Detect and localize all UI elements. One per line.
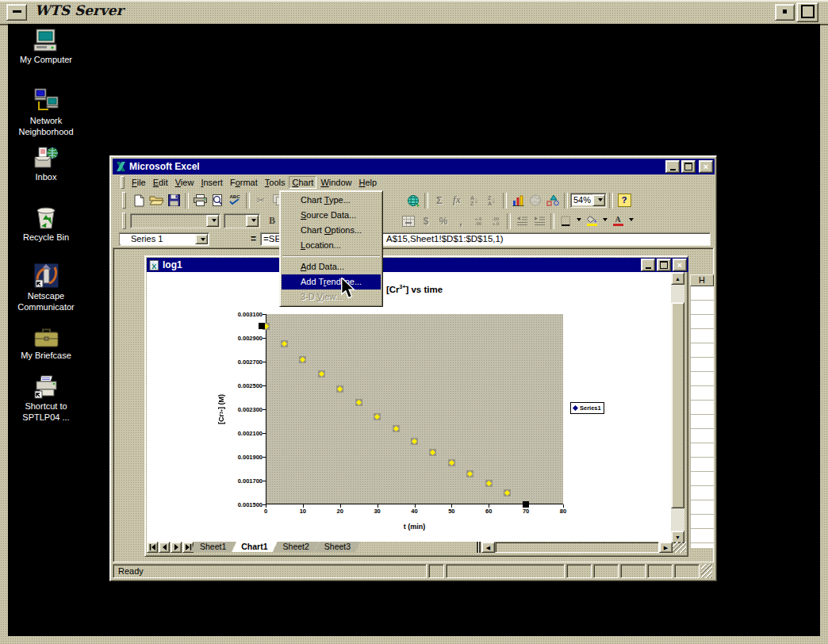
workbook-maximize-button[interactable] (657, 259, 671, 271)
menu-item-source-data[interactable]: Source Data... (282, 208, 381, 223)
tab-scroll-first-button[interactable] (147, 542, 158, 553)
data-point[interactable] (429, 449, 436, 456)
vertical-scrollbar[interactable]: ▲ ▼ (671, 272, 684, 542)
font-size-combobox[interactable] (224, 213, 260, 228)
toolbar-grip[interactable] (122, 213, 126, 229)
fill-color-icon[interactable] (583, 213, 600, 229)
x-axis-title[interactable]: t (min) (266, 523, 563, 531)
data-point[interactable] (336, 385, 343, 393)
scrollbar-thumb[interactable] (671, 302, 684, 508)
desktop-icon-shortcut-sptlp04[interactable]: Shortcut toSPTLP04 ... (11, 374, 81, 423)
menu-format[interactable]: Format (227, 176, 261, 189)
name-box[interactable]: Series 1 (119, 232, 209, 246)
tab-split-handle[interactable] (477, 542, 481, 553)
currency-style-icon[interactable]: $ (417, 213, 435, 229)
scrollbar-track[interactable] (671, 285, 684, 302)
increase-indent-icon[interactable] (531, 213, 548, 229)
menu-edit[interactable]: Edit (150, 176, 171, 189)
borders-dropdown-button[interactable] (574, 213, 583, 229)
menu-help[interactable]: Help (356, 176, 381, 189)
menu-item-chart-options[interactable]: Chart Options... (282, 223, 381, 238)
name-box-dropdown-button[interactable] (195, 234, 208, 244)
data-point[interactable] (393, 425, 400, 432)
menu-item-add-data[interactable]: Add Data... (282, 259, 381, 274)
workbook-resize-grip[interactable] (673, 542, 686, 553)
menu-chart[interactable]: Chart (289, 176, 316, 189)
comma-style-icon[interactable]: , (452, 213, 470, 229)
toolbar-grip[interactable] (122, 192, 126, 209)
session-maximize-button[interactable] (796, 2, 818, 22)
workbook-titlebar[interactable]: X log1 × (147, 258, 688, 272)
sheet-tab-sheet3[interactable]: Sheet3 (315, 542, 360, 552)
autosum-icon[interactable]: Σ (431, 193, 448, 209)
selection-handle[interactable] (523, 501, 529, 508)
bold-icon[interactable]: B (263, 213, 281, 229)
excel-minimize-button[interactable] (665, 160, 680, 173)
excel-close-button[interactable]: × (699, 160, 713, 173)
zoom-combobox[interactable]: 54% (570, 193, 607, 208)
data-point[interactable] (355, 399, 362, 406)
sort-descending-icon[interactable]: ZA↓ (483, 193, 500, 209)
cut-icon[interactable]: ✂ (252, 193, 270, 209)
menu-item-chart-type[interactable]: Chart Type... (282, 193, 381, 208)
hscroll-right-button[interactable]: ▶ (659, 542, 673, 553)
chart-sheet-canvas[interactable]: [Cr3+] vs time[Cr3+] (M)0.0031000.002900… (147, 272, 671, 542)
font-name-combobox[interactable] (130, 213, 220, 228)
desktop-icon-recycle-bin[interactable]: Recycle Bin (11, 204, 81, 243)
new-document-icon[interactable] (130, 193, 148, 209)
data-point[interactable] (485, 480, 493, 487)
worksheet-cells[interactable] (690, 286, 714, 548)
sheet-tab-sheet1[interactable]: Sheet1 (190, 542, 236, 552)
column-header-h[interactable]: H (690, 274, 714, 286)
data-point[interactable] (281, 340, 288, 347)
data-point[interactable] (411, 438, 418, 445)
data-point[interactable] (374, 413, 381, 420)
data-point[interactable] (448, 459, 455, 466)
font-size-dropdown-button[interactable] (246, 215, 259, 227)
sort-ascending-icon[interactable]: AZ↓ (466, 193, 483, 209)
menu-item-location[interactable]: Location... (282, 238, 381, 253)
excel-maximize-button[interactable] (681, 160, 696, 173)
paste-function-icon[interactable]: fx (448, 193, 466, 209)
fill-color-dropdown-button[interactable] (600, 213, 609, 229)
percent-style-icon[interactable]: % (435, 213, 452, 229)
menu-window[interactable]: Window (317, 176, 355, 189)
open-file-icon[interactable] (148, 193, 165, 209)
hscroll-left-button[interactable]: ◀ (481, 542, 495, 553)
data-point[interactable] (299, 356, 306, 363)
merge-and-center-icon[interactable] (400, 213, 417, 229)
workbook-minimize-button[interactable] (641, 259, 655, 271)
desktop-icon-netscape-communicator[interactable]: NetscapeCommunicator (11, 263, 81, 312)
spelling-icon[interactable]: ABC (226, 193, 243, 209)
drawing-icon[interactable] (544, 193, 562, 209)
data-point[interactable] (466, 470, 473, 477)
data-point[interactable] (318, 370, 325, 378)
print-preview-icon[interactable] (209, 193, 226, 209)
hscroll-track[interactable] (495, 542, 659, 553)
menubar-grip[interactable] (121, 176, 125, 189)
font-name-dropdown-button[interactable] (206, 215, 219, 227)
y-axis-title[interactable]: [Cr3+] (M) (215, 314, 227, 504)
increase-decimal-icon[interactable]: +.0.00 (470, 213, 487, 229)
borders-icon[interactable] (557, 213, 574, 229)
tab-scroll-prev-button[interactable] (159, 542, 170, 553)
selection-handle[interactable] (259, 323, 265, 329)
save-icon[interactable] (165, 193, 182, 209)
menu-item-add-trendline[interactable]: Add Trendline... (282, 274, 381, 289)
menu-file[interactable]: File (128, 176, 149, 189)
menu-tools[interactable]: Tools (262, 176, 289, 189)
sheet-tab-chart1[interactable]: Chart1 (232, 542, 277, 552)
sheet-tab-sheet2[interactable]: Sheet2 (274, 542, 319, 552)
data-point[interactable] (504, 489, 511, 496)
menu-insert[interactable]: Insert (197, 176, 226, 189)
map-icon[interactable] (527, 193, 544, 209)
chart-wizard-icon[interactable] (509, 193, 527, 209)
decrease-decimal-icon[interactable]: .00+.0 (487, 213, 504, 229)
scrollbar-track[interactable] (671, 508, 684, 531)
menu-view[interactable]: View (172, 176, 197, 189)
desktop-icon-my-briefcase[interactable]: My Briefcase (11, 327, 81, 361)
session-minimize-button[interactable] (775, 4, 795, 21)
font-color-icon[interactable]: A (609, 213, 627, 229)
decrease-indent-icon[interactable] (513, 213, 531, 229)
resize-grip[interactable] (701, 564, 712, 578)
